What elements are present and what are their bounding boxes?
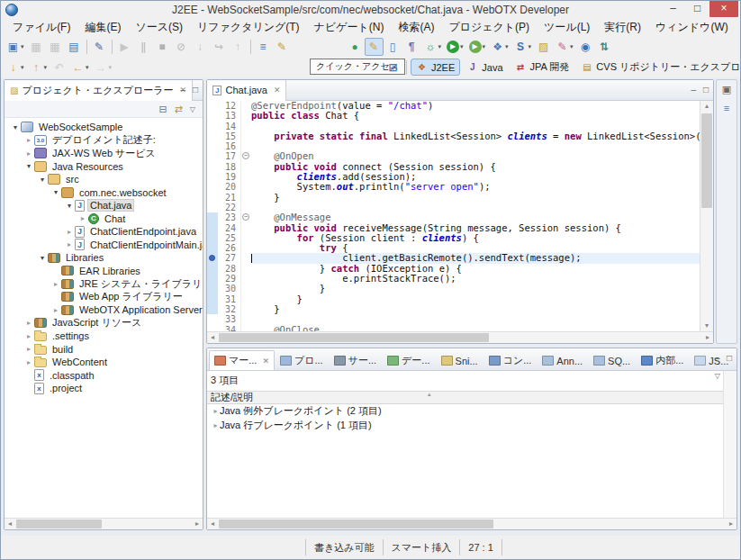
minimize-view-icon[interactable]: – (714, 353, 719, 364)
code-line[interactable]: 32 } (207, 304, 700, 314)
tab-project-explorer[interactable]: ▨ プロジェクト・エクスプローラー ✕ (5, 80, 193, 101)
tab-snippets[interactable]: Sni... (436, 350, 483, 370)
expand-arrow-icon[interactable]: ▸ (23, 345, 34, 353)
tab-markers[interactable]: マー...✕ (209, 350, 275, 370)
menu-item-tools[interactable]: ツール(L) (537, 20, 597, 35)
scrollbar-thumb[interactable] (701, 113, 712, 208)
scroll-left-icon[interactable]: ◂ (207, 332, 218, 343)
open-resource-button[interactable]: ▨ (534, 38, 553, 56)
perspective-j2ee[interactable]: ❖J2EE (411, 59, 460, 76)
code-line[interactable]: 13public class Chat { (207, 111, 700, 121)
expand-arrow-icon[interactable]: ▸ (207, 421, 220, 429)
tree-item[interactable]: x.classpath (5, 369, 203, 383)
perspective-java[interactable]: JJava (461, 59, 508, 76)
breakpoint-group-row[interactable]: ▸Java 例外ブレークポイント (2 項目) (207, 404, 736, 419)
dropdown-arrow-icon[interactable]: ▾ (438, 43, 442, 50)
tree-item[interactable]: ▸JavaScript リソース (5, 317, 203, 330)
dropdown-arrow-icon[interactable]: ▾ (570, 43, 574, 50)
restore-views-icon[interactable]: ▣ (722, 84, 731, 95)
expand-arrow-icon[interactable]: ▸ (23, 358, 34, 366)
minimize-view-icon[interactable]: – (180, 85, 185, 95)
view-menu-icon[interactable]: ▽ (190, 105, 195, 113)
scrollbar-thumb[interactable] (219, 333, 489, 342)
code-line[interactable]: 31 } (207, 294, 700, 304)
scroll-right-icon[interactable]: ▸ (702, 332, 713, 343)
new-connection-button[interactable]: ● (346, 38, 365, 56)
description-column-header[interactable]: 記述/説明 ▴ (207, 391, 723, 404)
dropdown-arrow-icon[interactable]: ▾ (460, 43, 464, 50)
web-browser-button[interactable]: ◉ (576, 38, 595, 56)
tree-item[interactable]: ▸3.0デプロイメント記述子: (5, 134, 203, 148)
tab-chat-java[interactable]: J Chat.java ✕ (207, 80, 286, 101)
scroll-up-icon[interactable]: ▴ (700, 101, 713, 112)
code-editor[interactable]: 12@ServerEndpoint(value = "/chat")13publ… (207, 101, 700, 331)
tree-item[interactable]: ▸WebContent (5, 356, 203, 369)
tree-item[interactable]: ▸CChat (5, 212, 203, 226)
expand-arrow-icon[interactable]: ▸ (23, 332, 34, 340)
maximize-view-icon[interactable]: □ (193, 85, 198, 95)
collapse-arrow-icon[interactable]: ▾ (37, 254, 48, 262)
menu-item-file[interactable]: ファイル(F) (5, 20, 77, 35)
scrollbar-thumb[interactable] (16, 519, 102, 528)
dropdown-arrow-icon[interactable]: ▾ (21, 43, 24, 50)
tree-item[interactable]: EAR Libraries (5, 265, 203, 278)
menu-item-source[interactable]: ソース(S) (128, 20, 190, 35)
print-button[interactable]: ▤ (65, 38, 84, 56)
tab-data-source-explorer[interactable]: デー... (382, 350, 435, 370)
maximize-button[interactable]: □ (685, 1, 709, 17)
debug-button[interactable]: ☼▾ (421, 38, 445, 56)
run-button[interactable]: ▶▾ (444, 38, 466, 56)
tree-item[interactable]: ▸build (5, 343, 203, 357)
code-line[interactable]: 21 } (207, 193, 700, 203)
dropdown-arrow-icon[interactable]: ▾ (44, 64, 48, 71)
tree-item[interactable]: ▸.settings (5, 330, 203, 343)
minimize-view-icon[interactable]: – (691, 85, 696, 95)
collapse-arrow-icon[interactable]: ▾ (10, 123, 21, 131)
tree-item[interactable]: ▸JRE システム・ライブラリー [jre8] (5, 277, 203, 291)
collapse-all-icon[interactable]: ⊟ (158, 104, 167, 115)
breakpoint-group-row[interactable]: ▸Java 行ブレークポイント (1 項目) (207, 419, 736, 433)
tab-internal-web-browser[interactable]: 内部... (636, 350, 689, 370)
show-whitespace-button[interactable]: ¶ (402, 38, 421, 56)
tab-console[interactable]: コン... (483, 350, 538, 370)
tree-item[interactable]: ▸JAX-WS Web サービス (5, 147, 203, 160)
menu-item-refactor[interactable]: リファクタリング(T) (190, 20, 307, 35)
expand-arrow-icon[interactable]: ▸ (50, 280, 61, 288)
code-line[interactable]: 20 System.out.println("server open"); (207, 182, 700, 192)
tree-item[interactable]: ▾Libraries (5, 251, 203, 265)
collapse-arrow-icon[interactable]: ▾ (64, 202, 75, 210)
tree-item[interactable]: ▾com.nec.websocket (5, 186, 203, 200)
dropdown-arrow-icon[interactable]: ▾ (505, 43, 509, 50)
perspective-jpa[interactable]: ⇄JPA 開発 (510, 59, 575, 76)
maximize-view-icon[interactable]: □ (703, 85, 709, 95)
code-line[interactable]: 15 private static final LinkedList<Sessi… (207, 131, 700, 141)
menu-item-help[interactable]: ヘルプ(H) (736, 20, 741, 35)
tab-properties[interactable]: プロ... (275, 350, 329, 370)
close-tab-icon[interactable]: ✕ (274, 86, 281, 95)
dropdown-arrow-icon[interactable]: ▾ (109, 64, 113, 71)
dropdown-arrow-icon[interactable]: ▾ (86, 64, 89, 71)
minimize-button[interactable]: – (661, 1, 685, 17)
expand-arrow-icon[interactable]: ▸ (23, 319, 34, 327)
scroll-right-icon[interactable]: ▸ (726, 519, 736, 529)
tree-item[interactable]: ▾src (5, 173, 203, 186)
annotate-button[interactable]: ✎▾ (553, 38, 576, 56)
back-button[interactable]: ←▾ (68, 59, 92, 77)
tree-item[interactable]: ▾Java Resources (5, 160, 203, 174)
expand-arrow-icon[interactable]: ▸ (50, 306, 61, 314)
perspective-cvs[interactable]: ▤CVS リポジトリー・エクスプローラー (575, 59, 741, 76)
fold-collapse-icon[interactable]: − (242, 213, 249, 221)
dropdown-arrow-icon[interactable]: ▾ (21, 64, 24, 71)
maximize-view-icon[interactable]: □ (727, 353, 732, 364)
collapse-arrow-icon[interactable]: ▾ (37, 176, 48, 184)
expand-arrow-icon[interactable]: ▸ (23, 149, 34, 158)
scroll-right-icon[interactable]: ▸ (192, 519, 203, 529)
expand-arrow-icon[interactable]: ▸ (207, 407, 220, 415)
tab-sql-results[interactable]: SQ... (588, 350, 636, 370)
menu-item-run[interactable]: 実行(R) (597, 20, 648, 35)
expand-arrow-icon[interactable]: ▸ (64, 240, 75, 248)
scroll-down-icon[interactable]: ▾ (700, 321, 713, 331)
tree-item[interactable]: ▾WebSocketSample (5, 121, 203, 134)
breakpoint-icon[interactable] (209, 255, 215, 261)
close-button[interactable]: × (709, 1, 738, 17)
